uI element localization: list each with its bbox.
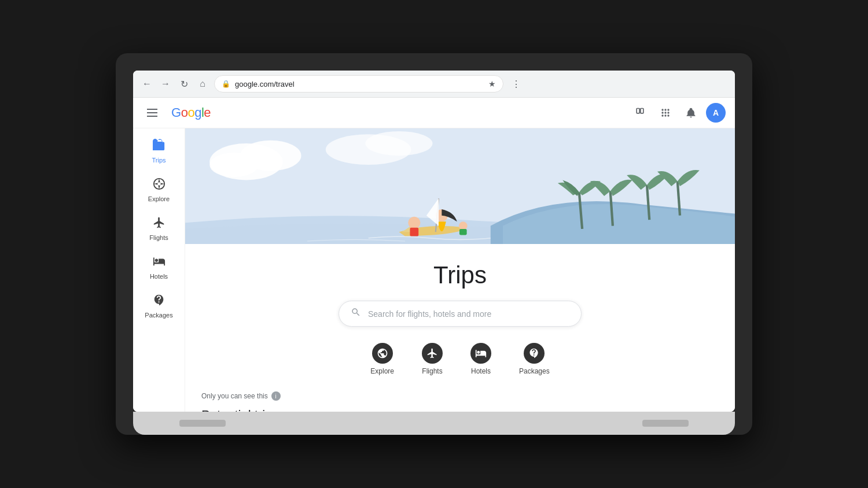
apps-button[interactable] [655, 102, 676, 123]
svg-rect-28 [459, 229, 467, 235]
svg-point-10 [667, 114, 669, 116]
chrome-browser-bar: ← → ↻ ⌂ 🔒 google.com/travel ★ ⋮ [133, 71, 735, 98]
hamburger-menu[interactable] [142, 104, 162, 121]
svg-point-24 [408, 217, 420, 229]
google-header: Google [133, 98, 735, 128]
explore-icon [153, 178, 165, 193]
svg-point-2 [661, 109, 663, 110]
notifications-button[interactable] [681, 102, 701, 123]
category-hotels-icon [470, 343, 491, 364]
flights-icon [153, 216, 165, 232]
trips-label: Trips [152, 157, 165, 164]
laptop-screen: ← → ↻ ⌂ 🔒 google.com/travel ★ ⋮ [133, 71, 735, 412]
central-content: Trips Search for flights, hotels and mor… [185, 244, 735, 391]
browser-content: Google [133, 98, 735, 412]
explore-label: Explore [148, 195, 170, 202]
laptop-container: ← → ↻ ⌂ 🔒 google.com/travel ★ ⋮ [116, 53, 752, 435]
trips-icon [153, 139, 165, 154]
privacy-notice: Only you can see this i [197, 391, 723, 401]
hotels-icon [153, 255, 165, 271]
hero-section [185, 128, 735, 244]
user-avatar[interactable]: A [706, 103, 726, 123]
category-explore-icon [372, 343, 393, 364]
svg-point-17 [209, 153, 258, 177]
svg-rect-0 [637, 109, 639, 113]
url-text: google.com/travel [235, 80, 484, 88]
svg-point-6 [664, 112, 666, 113]
search-icon [351, 307, 361, 320]
category-packages-icon [524, 343, 545, 364]
category-flights-button[interactable]: Flights [415, 338, 450, 380]
svg-rect-25 [410, 228, 418, 236]
category-buttons: Explore Flights [363, 338, 556, 380]
search-bar[interactable]: Search for flights, hotels and more [339, 301, 582, 327]
bookmark-star-icon[interactable]: ★ [488, 79, 496, 88]
forward-button[interactable]: → [159, 77, 172, 91]
svg-point-19 [365, 131, 432, 156]
search-placeholder: Search for flights, hotels and more [368, 309, 491, 319]
hotels-label: Hotels [150, 273, 168, 280]
svg-point-13 [157, 182, 161, 186]
svg-point-3 [664, 109, 666, 110]
privacy-notice-text: Only you can see this [201, 392, 268, 400]
category-packages-button[interactable]: Packages [512, 338, 557, 380]
sidebar: Trips Explore [133, 128, 185, 412]
laptop-hinge-left [179, 420, 226, 427]
chrome-right-icons: ⋮ [508, 76, 524, 92]
info-icon[interactable]: i [271, 391, 281, 401]
category-flights-label: Flights [422, 367, 442, 375]
svg-point-9 [664, 114, 666, 116]
sidebar-item-hotels[interactable]: Hotels [135, 249, 182, 286]
laptop-hinge-right [642, 420, 689, 427]
laptop-base [133, 412, 735, 435]
google-header-right: A [630, 102, 726, 123]
category-packages-label: Packages [519, 367, 550, 375]
reload-button[interactable]: ↻ [177, 77, 191, 91]
hero-illustration [185, 128, 735, 244]
flights-label: Flights [149, 234, 168, 241]
packages-label: Packages [145, 312, 172, 319]
back-button[interactable]: ← [140, 77, 154, 91]
potential-trips-title: Potential trips [197, 408, 723, 412]
chrome-more-button[interactable]: ⋮ [508, 76, 524, 92]
sidebar-item-packages[interactable]: Packages [135, 288, 182, 324]
page-content: Trips Search for flights, hotels and mor… [185, 128, 735, 412]
svg-point-5 [661, 112, 663, 113]
category-hotels-label: Hotels [471, 367, 491, 375]
packages-icon [153, 294, 165, 309]
svg-point-4 [667, 109, 669, 110]
main-area: Trips Explore [133, 128, 735, 412]
saved-button[interactable] [630, 102, 650, 123]
google-header-left: Google [142, 104, 211, 121]
sidebar-item-flights[interactable]: Flights [135, 210, 182, 247]
bottom-section: Only you can see this i Potential trips [185, 391, 735, 412]
sidebar-item-trips[interactable]: Trips [135, 133, 182, 169]
sidebar-item-explore[interactable]: Explore [135, 172, 182, 208]
google-logo: Google [171, 105, 211, 120]
category-hotels-button[interactable]: Hotels [464, 338, 498, 380]
category-flights-icon [422, 343, 443, 364]
home-button[interactable]: ⌂ [196, 77, 209, 91]
category-explore-label: Explore [370, 367, 394, 375]
svg-rect-1 [641, 109, 643, 113]
svg-point-27 [459, 221, 468, 230]
category-explore-button[interactable]: Explore [363, 338, 401, 380]
svg-point-7 [667, 112, 669, 113]
svg-point-8 [661, 114, 663, 116]
lock-icon: 🔒 [222, 80, 230, 88]
address-bar[interactable]: 🔒 google.com/travel ★ [214, 75, 503, 93]
page-title: Trips [433, 261, 487, 289]
